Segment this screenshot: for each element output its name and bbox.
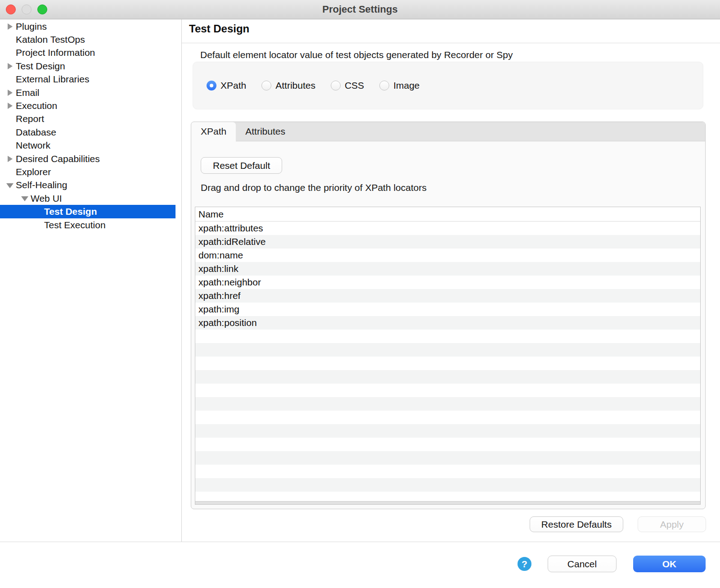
- radio-unselected-icon: [331, 81, 341, 90]
- table-row[interactable]: xpath:link: [195, 262, 700, 276]
- titlebar: Project Settings: [0, 0, 720, 19]
- reset-default-button[interactable]: Reset Default: [201, 157, 282, 174]
- radio-option-label: Image: [393, 80, 419, 91]
- disclosure-spacer: [6, 126, 16, 139]
- disclosure-collapsed-icon[interactable]: [6, 59, 16, 72]
- sidebar-item-label: Test Design: [16, 61, 65, 72]
- minimize-icon: [22, 5, 32, 14]
- sidebar-item-label: Execution: [16, 100, 57, 111]
- table-row-empty: [195, 330, 700, 343]
- table-row-empty: [195, 438, 700, 451]
- disclosure-expanded-icon[interactable]: [21, 192, 31, 205]
- sidebar-item-label: Self-Healing: [16, 180, 67, 190]
- sidebar-item-report[interactable]: Report: [0, 113, 176, 126]
- question-mark-icon: ?: [522, 559, 527, 570]
- page-title: Test Design: [189, 23, 249, 35]
- sidebar-item-test-execution[interactable]: Test Execution: [0, 218, 176, 231]
- ok-button[interactable]: OK: [633, 556, 706, 572]
- radio-unselected-icon: [379, 81, 389, 90]
- table-row-empty: [195, 478, 700, 492]
- sidebar-item-database[interactable]: Database: [0, 126, 176, 139]
- tab-attributes[interactable]: Attributes: [236, 122, 295, 141]
- sidebar-item-label: Database: [16, 127, 56, 138]
- table-header-name: Name: [195, 207, 700, 222]
- table-row[interactable]: xpath:img: [195, 303, 700, 316]
- disclosure-spacer: [35, 205, 44, 218]
- close-icon[interactable]: [6, 5, 16, 14]
- radio-option-label: Attributes: [275, 80, 315, 91]
- disclosure-spacer: [6, 113, 16, 126]
- tab-xpath[interactable]: XPath: [191, 122, 236, 141]
- footer-divider: [0, 542, 720, 542]
- sidebar-item-label: Network: [16, 140, 50, 151]
- radio-option-xpath[interactable]: XPath: [207, 80, 246, 91]
- disclosure-spacer: [6, 165, 16, 178]
- drag-hint-label: Drag and drop to change the priority of …: [201, 182, 427, 193]
- locator-tab-strip: XPathAttributes: [191, 122, 705, 141]
- sidebar-item-label: Desired Capabilities: [16, 154, 100, 164]
- table-row[interactable]: xpath:attributes: [195, 222, 700, 235]
- radio-option-image[interactable]: Image: [379, 80, 419, 91]
- sidebar-item-external-libraries[interactable]: External Libraries: [0, 73, 176, 86]
- table-row-empty: [195, 343, 700, 357]
- table-row-empty: [195, 357, 700, 370]
- table-row[interactable]: xpath:neighbor: [195, 276, 700, 289]
- sidebar-item-label: Plugins: [16, 21, 47, 32]
- sidebar-item-label: Test Design: [44, 206, 97, 217]
- sidebar-item-katalon-testops[interactable]: Katalon TestOps: [0, 33, 176, 46]
- zoom-icon[interactable]: [37, 5, 47, 14]
- project-settings-window: Project Settings PluginsKatalon TestOpsP…: [0, 0, 720, 588]
- table-row-empty: [195, 411, 700, 424]
- sidebar-item-web-ui[interactable]: Web UI: [0, 192, 176, 205]
- radio-option-css[interactable]: CSS: [331, 80, 364, 91]
- table-row[interactable]: xpath:idRelative: [195, 235, 700, 249]
- disclosure-collapsed-icon[interactable]: [6, 152, 16, 165]
- window-title: Project Settings: [322, 4, 397, 15]
- locator-tab-box: XPathAttributes Reset Default Drag and d…: [191, 122, 706, 509]
- restore-defaults-button[interactable]: Restore Defaults: [530, 516, 623, 532]
- sidebar-item-test-design[interactable]: Test Design: [0, 59, 176, 72]
- sidebar-item-email[interactable]: Email: [0, 86, 176, 99]
- xpath-tab-content: Reset Default Drag and drop to change th…: [191, 141, 705, 509]
- disclosure-collapsed-icon[interactable]: [6, 99, 16, 112]
- disclosure-spacer: [6, 33, 16, 46]
- sidebar-item-explorer[interactable]: Explorer: [0, 165, 176, 178]
- radio-option-label: CSS: [345, 80, 364, 91]
- sidebar-item-test-design[interactable]: Test Design: [0, 205, 176, 218]
- table-row[interactable]: dom:name: [195, 249, 700, 262]
- sidebar-item-plugins[interactable]: Plugins: [0, 20, 176, 33]
- radio-unselected-icon: [261, 81, 271, 90]
- locator-table-body: xpath:attributesxpath:idRelativedom:name…: [195, 222, 700, 505]
- horizontal-scrollbar[interactable]: [195, 501, 700, 504]
- radio-option-label: XPath: [220, 80, 246, 91]
- cancel-button[interactable]: Cancel: [548, 556, 616, 572]
- table-row-empty: [195, 384, 700, 397]
- radio-option-attributes[interactable]: Attributes: [261, 80, 315, 91]
- table-row-empty: [195, 451, 700, 465]
- disclosure-collapsed-icon[interactable]: [6, 86, 16, 99]
- locator-radio-group: XPathAttributesCSSImage: [193, 62, 703, 109]
- apply-button[interactable]: Apply: [638, 516, 706, 532]
- sidebar-item-execution[interactable]: Execution: [0, 99, 176, 112]
- sidebar-tree: PluginsKatalon TestOpsProject Informatio…: [0, 19, 182, 542]
- radio-selected-icon: [207, 81, 216, 90]
- disclosure-spacer: [35, 218, 44, 231]
- table-row-empty: [195, 397, 700, 411]
- window-controls: [6, 5, 47, 14]
- sidebar-item-label: Test Execution: [44, 220, 106, 231]
- sidebar-item-project-information[interactable]: Project Information: [0, 46, 176, 59]
- disclosure-expanded-icon[interactable]: [6, 179, 16, 192]
- sidebar-item-self-healing[interactable]: Self-Healing: [0, 179, 176, 192]
- disclosure-spacer: [6, 46, 16, 59]
- sidebar-item-label: Explorer: [16, 167, 51, 177]
- table-row[interactable]: xpath:href: [195, 289, 700, 303]
- table-row[interactable]: xpath:position: [195, 316, 700, 330]
- locator-priority-table: Name xpath:attributesxpath:idRelativedom…: [195, 207, 701, 505]
- help-button[interactable]: ?: [518, 557, 531, 571]
- disclosure-collapsed-icon[interactable]: [6, 20, 16, 33]
- sidebar-item-label: Project Information: [16, 47, 95, 58]
- sidebar-item-label: External Libraries: [16, 74, 89, 85]
- sidebar-item-network[interactable]: Network: [0, 139, 176, 152]
- sidebar-item-desired-capabilities[interactable]: Desired Capabilities: [0, 152, 176, 165]
- table-row-empty: [195, 370, 700, 384]
